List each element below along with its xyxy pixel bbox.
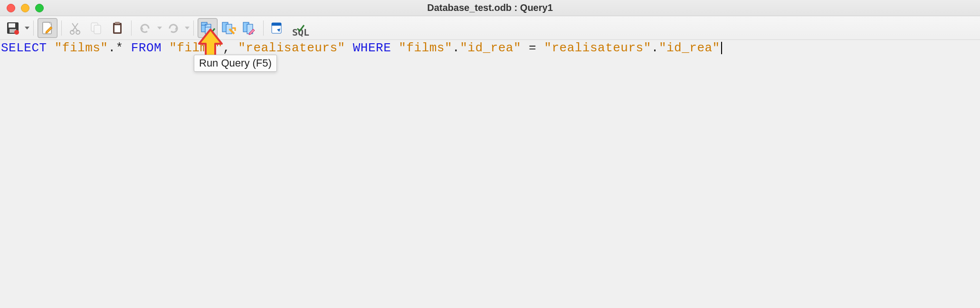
undo-dropdown-caret: [157, 27, 162, 29]
minimize-window-button[interactable]: [21, 4, 29, 12]
svg-point-5: [70, 30, 74, 34]
copy-icon: [89, 21, 104, 35]
sql-token: "films": [55, 41, 108, 55]
paste-button[interactable]: [107, 18, 127, 38]
toolbar: SQL: [0, 16, 980, 40]
check-icon: [296, 23, 305, 33]
redo-icon: [167, 22, 179, 34]
toolbar-separator: [61, 20, 62, 36]
svg-rect-21: [272, 23, 281, 26]
cut-icon: [68, 21, 83, 35]
text-cursor: [721, 42, 722, 54]
save-button[interactable]: [3, 18, 23, 38]
save-icon: [6, 21, 20, 35]
toolbar-separator: [33, 20, 34, 36]
sql-token: "id_rea": [460, 41, 521, 55]
design-view-button[interactable]: [239, 18, 259, 38]
edit-file-button[interactable]: [38, 18, 57, 38]
sql-token: .: [452, 41, 460, 55]
undo-button: [135, 18, 155, 38]
svg-point-6: [76, 30, 80, 34]
sql-token: WHERE: [345, 41, 399, 55]
sql-token: "films": [169, 41, 223, 55]
design-view-icon: [242, 20, 257, 36]
redo-button: [163, 18, 183, 38]
svg-rect-7: [91, 23, 98, 31]
toolbar-separator: [131, 20, 132, 36]
sql-token: "films": [399, 41, 452, 55]
sql-token: SELECT: [1, 41, 55, 55]
svg-rect-10: [115, 22, 120, 24]
undo-icon: [139, 22, 152, 34]
svg-rect-8: [94, 25, 101, 34]
sql-direct-button[interactable]: [288, 18, 314, 38]
redo-dropdown-caret: [185, 27, 190, 29]
sql-editor[interactable]: SELECT "films".* FROM "films", "realisat…: [0, 40, 980, 57]
clear-query-button[interactable]: [219, 18, 238, 38]
sql-token: .*: [108, 41, 131, 55]
window-title: Database_test.odb : Query1: [0, 2, 980, 13]
run-query-icon: [200, 20, 215, 36]
clear-query-icon: [221, 20, 236, 36]
svg-rect-17: [226, 24, 232, 34]
sql-token: FROM: [131, 41, 170, 55]
save-dropdown-caret[interactable]: [25, 27, 29, 29]
toolbar-separator: [263, 20, 264, 36]
maximize-window-button[interactable]: [35, 4, 44, 12]
sql-token: "id_rea": [659, 41, 720, 55]
edit-file-icon: [40, 21, 55, 35]
window-controls: [0, 4, 44, 12]
sql-token: ,: [223, 41, 238, 55]
copy-button: [86, 18, 106, 38]
close-window-button[interactable]: [7, 4, 15, 12]
svg-rect-11: [114, 25, 120, 32]
cut-button: [66, 18, 86, 38]
sql-token: .: [651, 41, 659, 55]
svg-rect-1: [9, 23, 15, 28]
run-query-tooltip: Run Query (F5): [194, 55, 277, 72]
svg-point-3: [14, 30, 19, 35]
sql-token: "realisateurs": [238, 41, 345, 55]
toolbar-separator: [193, 20, 194, 36]
add-table-button[interactable]: [267, 18, 287, 38]
sql-token: =: [521, 41, 544, 55]
paste-icon: [110, 21, 124, 35]
window-titlebar: Database_test.odb : Query1: [0, 0, 980, 16]
run-query-button[interactable]: [198, 18, 218, 38]
add-table-icon: [270, 20, 285, 36]
sql-token: "realisateurs": [544, 41, 651, 55]
